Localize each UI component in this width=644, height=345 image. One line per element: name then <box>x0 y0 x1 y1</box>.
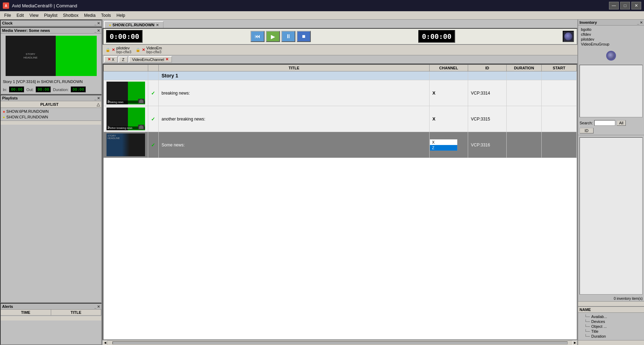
channel-video-close[interactable]: ✕ <box>165 57 169 62</box>
tab-close-icon[interactable]: ✕ <box>156 23 159 27</box>
inventory-id-button[interactable]: ID <box>580 128 594 133</box>
timecode-right: 0:00:00 <box>418 30 455 43</box>
menu-tools[interactable]: Tools <box>98 12 114 19</box>
stop-button[interactable]: ■ <box>297 31 311 42</box>
minimize-button[interactable]: — <box>609 2 619 9</box>
tree-item-duration[interactable]: └─ Duration <box>580 334 643 339</box>
tree-item-title[interactable]: └─ Title <box>580 329 643 334</box>
menu-file[interactable]: File <box>1 12 14 19</box>
device-cross-0[interactable]: ✕ <box>112 48 115 52</box>
channel-dropdown[interactable]: X Z <box>430 139 458 151</box>
menu-playlist[interactable]: Playlist <box>41 12 60 19</box>
tree-item-object[interactable]: └─ Object ... <box>580 324 643 329</box>
list-item[interactable]: ● SHOW.CFL.RUNDOWN <box>1 114 101 120</box>
right-panel: Inventory _ ✕ bgolto cfldev pilotdev Vid… <box>577 20 644 345</box>
story1-channel-cell <box>430 71 468 80</box>
menu-shotbox[interactable]: Shotbox <box>60 12 81 19</box>
playlist-sort-icon: △ <box>97 102 100 107</box>
alerts-close-icon[interactable]: ✕ <box>97 305 100 309</box>
check-icon-2: ✓ <box>151 142 155 148</box>
inventory-close-icon[interactable]: ✕ <box>640 21 643 25</box>
alerts-scrollbar[interactable] <box>1 316 101 320</box>
somenews-duration-cell <box>507 132 542 158</box>
somenews-thumb-cell: STORYHEADLINE <box>104 132 148 158</box>
out-label: Out: <box>26 88 34 92</box>
channel-option-x[interactable]: X <box>430 139 457 145</box>
story1-duration-cell <box>507 71 542 80</box>
tab-rundown[interactable]: ● SHOW.CFL.RUNDOWN ✕ <box>104 21 164 28</box>
story-headline-label: STORYHEADLINE <box>108 134 120 139</box>
device-sub-1: bqo-cflw3 <box>146 50 162 54</box>
list-item[interactable]: ■ SHOW.6PM.RUNDOWN <box>1 109 101 114</box>
inventory-lower: NAME └─ Availab... └─ Devices └─ Object … <box>578 306 644 340</box>
scroll-right-arrow[interactable]: ▶ <box>573 340 577 345</box>
playlist-red-icon: ■ <box>3 110 5 113</box>
tree-item-availab[interactable]: └─ Availab... <box>580 314 643 319</box>
menu-view[interactable]: View <box>27 12 41 19</box>
close-button[interactable]: ✕ <box>631 2 641 9</box>
channel-tab-z-label: Z <box>122 57 124 62</box>
playlists-panel: Playlists _ ✕ PLAYLIST △ ■ SHOW.6PM.RUND… <box>0 95 102 303</box>
playlists-close-icon[interactable]: ✕ <box>97 96 100 100</box>
channel-x-close[interactable]: ✕ <box>108 57 111 62</box>
play-button[interactable]: ▶ <box>266 31 280 42</box>
inventory-header: Inventory _ ✕ <box>578 20 644 26</box>
rundown-toolbar: 0:00:00 ⏮ ▶ ⏸ ■ 0:00:00 <box>103 28 577 45</box>
inventory-results-area <box>580 137 643 295</box>
somenews-title-cell: Some news: <box>159 132 430 158</box>
thumbnail-checkmark: ✓ <box>91 37 95 44</box>
maximize-button[interactable]: □ <box>620 2 630 9</box>
menu-help[interactable]: Help <box>114 12 128 19</box>
scroll-track[interactable] <box>112 341 568 344</box>
tree-item-devices[interactable]: └─ Devices <box>580 319 643 324</box>
list-item[interactable]: bgolto <box>580 27 643 32</box>
pause-button[interactable]: ⏸ <box>281 31 295 42</box>
thumbnail-left: STORYHEADLINE <box>6 36 56 76</box>
channel-tab-x[interactable]: ✕ X <box>104 56 118 63</box>
table-row: STORYHEADLINE ✓ Some news: x X <box>104 132 577 158</box>
inventory-minimize-icon[interactable]: _ <box>637 21 639 25</box>
list-item[interactable]: cfldev <box>580 32 643 37</box>
menu-edit[interactable]: Edit <box>14 12 27 19</box>
clock-close-icon[interactable]: ✕ <box>97 21 100 25</box>
menu-media[interactable]: Media <box>81 12 98 19</box>
playlists-minimize-icon[interactable]: _ <box>94 96 96 100</box>
scroll-left-arrow[interactable]: ◀ <box>103 340 108 345</box>
skip-back-button[interactable]: ⏮ <box>251 31 265 42</box>
device-sub-0: bqo-cflw3 <box>116 50 131 54</box>
duration-label: Duration: <box>53 88 69 92</box>
channel-option-z[interactable]: Z <box>430 145 457 151</box>
search-all-button[interactable]: All <box>617 120 626 126</box>
search-input[interactable] <box>594 120 615 126</box>
inventory-upper-scrollbar[interactable] <box>578 301 644 306</box>
list-item[interactable]: VideoEmuGroup <box>580 42 643 47</box>
device-cross-1[interactable]: ✕ <box>142 48 145 52</box>
media-viewer-label: Media Viewer: Some news <box>2 28 50 33</box>
table-scrollbar[interactable]: ◀ ▶ <box>103 340 577 345</box>
out-value: 00:00 <box>36 87 51 92</box>
avatar <box>563 31 574 42</box>
lock-icon-1: 🔒 <box>136 48 141 52</box>
another-duration-cell <box>507 106 542 132</box>
device-item-1: 🔒 ✕ VideoEm bqo-cflw3 <box>136 46 162 54</box>
inventory-lower-scrollbar[interactable] <box>578 340 644 345</box>
col-title-header: TITLE <box>159 65 430 71</box>
duration-value: 00:00 <box>71 87 86 92</box>
list-item[interactable]: pilotdev <box>580 37 643 42</box>
tree-dash-2: └─ <box>584 324 590 329</box>
in-label: In: <box>3 88 7 92</box>
media-viewer-close-icon[interactable]: ✕ <box>97 29 100 33</box>
check-icon-0: ✓ <box>151 90 155 96</box>
timecode-left: 0:00:00 <box>106 30 143 43</box>
alerts-panel: Alerts _ ✕ TIME TITLE <box>0 303 102 345</box>
media-viewer-minimize-icon[interactable]: _ <box>94 29 96 33</box>
story1-title-cell: Story 1 <box>159 71 430 80</box>
col-thumb-header <box>104 65 148 71</box>
alerts-minimize-icon[interactable]: _ <box>94 305 96 309</box>
channel-tab-z[interactable]: Z <box>118 56 128 63</box>
playlists-scrollbar[interactable] <box>1 120 101 125</box>
channel-tab-video[interactable]: VideoEmuChannel ✕ <box>129 56 172 63</box>
another-title-cell: another breaking news: <box>159 106 430 132</box>
clock-minimize-icon[interactable]: _ <box>94 21 96 25</box>
inventory-tree: └─ Availab... └─ Devices └─ Object ... └… <box>578 313 644 340</box>
